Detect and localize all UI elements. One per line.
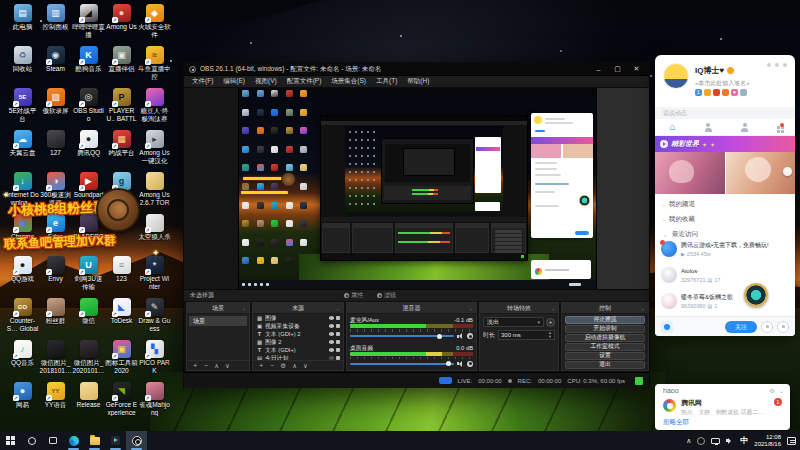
desktop-icon-6[interactable]: ♻回收站 — [6, 46, 39, 73]
panel-options-icon[interactable]: ⌄ — [242, 303, 246, 313]
visibility-icon[interactable] — [329, 324, 334, 328]
desktop-icon-40[interactable]: ✎↗Draw & Guess — [138, 298, 171, 332]
panel-options-icon[interactable]: ⌄ — [641, 303, 645, 313]
obs-preview-canvas[interactable] — [184, 88, 649, 289]
add-source-button[interactable]: ＋ — [258, 361, 265, 370]
desktop-icon-3[interactable]: ◢↗哔哩哔哩直播 — [72, 4, 105, 38]
desktop-icon-36[interactable]: GO↗Counter-S… Global Of… — [6, 298, 39, 332]
volume-slider[interactable] — [350, 363, 454, 365]
follow-button[interactable]: 关注 — [725, 321, 757, 333]
desktop-icon-27[interactable]: e↗Edge — [39, 214, 72, 241]
slider-knob[interactable] — [446, 361, 451, 366]
action-center-icon[interactable] — [787, 437, 796, 445]
visibility-icon[interactable] — [329, 340, 334, 344]
source-properties-button[interactable]: ⚙ — [280, 362, 286, 370]
tab-home-icon[interactable]: ⌂ — [670, 122, 676, 132]
remove-source-button[interactable]: − — [271, 362, 275, 369]
desktop-icon-50[interactable]: ↗雀魂Mahjong — [138, 382, 171, 416]
studio-mode-button[interactable]: 工作室模式 — [565, 343, 645, 351]
desktop-icon-42[interactable]: 微信图片_2018101… — [39, 340, 72, 374]
desktop-icon-22[interactable]: ◑↗360极速浏览器 — [39, 172, 72, 206]
desktop-icon-47[interactable]: YY↗YY语音 — [39, 382, 72, 409]
qq-entry[interactable]: 暖冬草莓&饭糰之歌96390380▤1 — [655, 291, 795, 317]
tab-more-icon[interactable] — [777, 126, 780, 129]
source-up-button[interactable]: ∧ — [292, 362, 297, 370]
menu-item[interactable]: 工具(T) — [371, 77, 402, 86]
obs-titlebar[interactable]: OBS 26.1.1 (64-bit, windows) - 配置文件: 未命名… — [184, 63, 649, 76]
desktop-icon-12[interactable]: ▧↗傲软录屏 — [39, 88, 72, 115]
chevron-down-icon[interactable]: ⌄ — [779, 387, 784, 394]
lock-icon[interactable] — [336, 332, 340, 337]
close-button[interactable]: ✕ — [629, 65, 644, 73]
qq-section-1[interactable]: ›我的频道 — [655, 197, 795, 212]
desktop-icon-38[interactable]: ↗微信 — [72, 298, 105, 325]
start-recording-button[interactable]: 开始录制 — [565, 325, 645, 333]
desktop-icon-1[interactable]: ▤此电脑 — [6, 4, 39, 31]
qq-nickname[interactable]: IQ博士♥ — [695, 65, 724, 76]
avatar[interactable] — [663, 63, 689, 89]
banner-photos[interactable] — [655, 152, 795, 194]
desktop-icon-28[interactable]: ↗BLADEPOI… — [72, 214, 105, 248]
qq-entry[interactable]: 腾讯云游戏•无需下载，免费畅玩!▶2534.45w — [655, 239, 795, 265]
volume-tray-icon[interactable] — [726, 437, 734, 444]
desktop-icon-11[interactable]: 5E↗5E对战平台 — [6, 88, 39, 122]
desktop-icon-34[interactable]: ≡123 — [105, 256, 138, 283]
add-transition-button[interactable]: + — [546, 318, 555, 327]
desktop-icon-45[interactable]: ▚↗PICO PARK — [138, 340, 171, 374]
desktop-icon-17[interactable]: 127 — [39, 130, 72, 157]
menu-item[interactable]: 编辑(E) — [218, 77, 250, 86]
desktop-icon-19[interactable]: ▦↗约战平台 — [105, 130, 138, 157]
settings-button[interactable]: 设置 — [565, 352, 645, 360]
menu-item[interactable]: 场景集合(S) — [326, 77, 371, 86]
tab-groups-icon[interactable] — [741, 123, 748, 132]
desktop-icon-25[interactable]: Among Us 2.6.7 TOR — [138, 172, 171, 206]
desktop-icon-26[interactable]: ◉↗Chrome — [6, 214, 39, 241]
visibility-icon[interactable] — [329, 316, 334, 320]
add-scene-button[interactable]: ＋ — [192, 361, 199, 370]
maximize-button[interactable]: ▢ — [610, 65, 625, 73]
visibility-icon[interactable] — [329, 348, 334, 352]
search-circle-icon[interactable] — [777, 321, 789, 333]
volume-slider[interactable] — [350, 335, 454, 337]
qq-feed-bar[interactable]: 说说动态 — [655, 107, 795, 119]
desktop-icon-41[interactable]: ♪↗QQ音乐 — [6, 340, 39, 367]
transition-select[interactable]: 淡出▾ — [483, 317, 544, 327]
lock-icon[interactable] — [336, 348, 340, 353]
visibility-icon[interactable] — [329, 332, 334, 336]
menu-item[interactable]: 配置文件(P) — [282, 77, 327, 86]
search-button[interactable] — [21, 431, 42, 450]
taskbar-clock[interactable]: 12:08 2021/8/16 — [754, 434, 781, 448]
speaker-icon[interactable] — [457, 333, 464, 339]
properties-button[interactable]: 属性 — [344, 291, 363, 300]
qq-entry[interactable]: Aiolos·32976721▤17 — [655, 265, 795, 291]
desktop-icon-21[interactable]: ↓↗Internet Downloa… — [6, 172, 39, 206]
ime-indicator[interactable]: 中 — [740, 435, 748, 446]
qq-section-2[interactable]: ›我的收藏 — [655, 212, 795, 227]
menu-item[interactable]: 视图(V) — [250, 77, 282, 86]
start-button[interactable] — [0, 431, 21, 450]
speaker-icon[interactable] — [457, 361, 464, 367]
scene-up-button[interactable]: ∧ — [214, 362, 219, 370]
duration-spinner[interactable]: 300 ms▲▼ — [498, 330, 555, 340]
lock-icon[interactable] — [336, 324, 340, 329]
desktop-icon-8[interactable]: K↗酷狗音乐 — [72, 46, 105, 73]
remove-scene-button[interactable]: − — [205, 362, 209, 369]
edge-taskbar-button[interactable] — [63, 431, 84, 450]
popup-settings-icon[interactable]: ⚙ — [770, 387, 775, 394]
qq-banner[interactable]: 精彩世界 ✦ ✦ — [655, 136, 795, 152]
display-tray-icon[interactable] — [711, 438, 720, 444]
photos-taskbar-button[interactable] — [105, 431, 126, 450]
qq-signature[interactable]: «单击此处输入签名» — [695, 79, 750, 88]
lock-icon[interactable] — [336, 340, 340, 345]
desktop-icon-5[interactable]: ◆↗火绒安全软件 — [138, 4, 171, 38]
desktop-icon-2[interactable]: ▥控制面板 — [39, 4, 72, 31]
desktop-icon-32[interactable]: ↗Envy — [39, 256, 72, 283]
desktop-icon-37[interactable]: ↗粉丝群 — [39, 298, 72, 325]
desktop-icon-18[interactable]: ●↗腾讯QQ — [72, 130, 105, 157]
desktop-icon-24[interactable]: g↗geek — [105, 172, 138, 199]
tab-contacts-icon[interactable] — [705, 123, 712, 132]
news-snippet[interactable]: 热点、文静、倒数老机 话题二… — [681, 408, 781, 417]
desktop-icon-44[interactable]: ▣↗图标工具箱 2020 — [105, 340, 138, 374]
panel-options-icon[interactable]: ⌄ — [336, 303, 340, 313]
desktop-icon-13[interactable]: ◎↗OBS Studio — [72, 88, 105, 122]
